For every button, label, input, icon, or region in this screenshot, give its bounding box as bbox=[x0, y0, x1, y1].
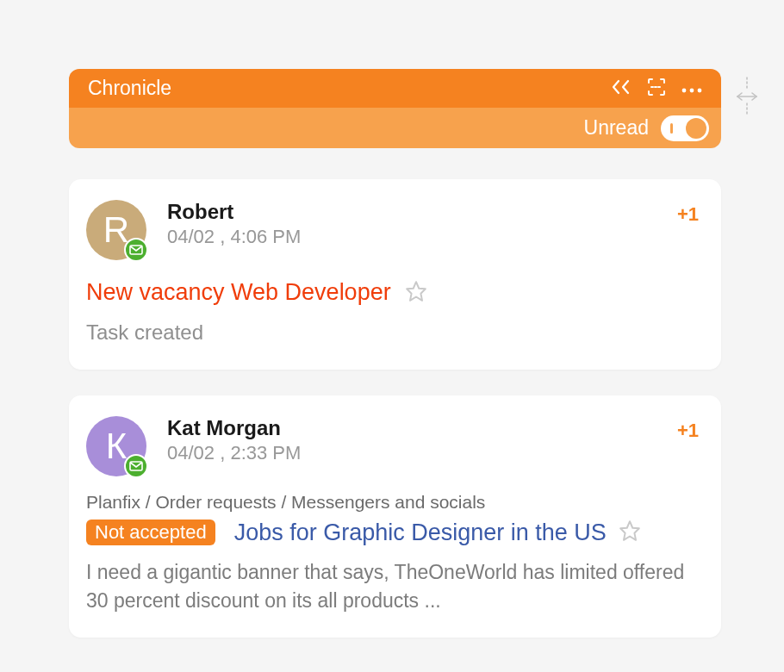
panel-header: Chronicle bbox=[69, 69, 721, 108]
svg-point-1 bbox=[682, 88, 687, 92]
svg-marker-7 bbox=[620, 521, 639, 540]
svg-marker-5 bbox=[407, 282, 426, 301]
card-subtext: Task created bbox=[86, 318, 699, 347]
chronicle-panel: Chronicle bbox=[69, 69, 721, 638]
star-icon[interactable] bbox=[405, 280, 427, 306]
chronicle-card[interactable]: К Kat Morgan 04/02 , 2:33 PM +1 Planfix … bbox=[69, 395, 721, 638]
avatar[interactable]: К bbox=[86, 416, 146, 476]
author-name: Kat Morgan bbox=[167, 416, 677, 440]
status-tag: Not accepted bbox=[86, 520, 215, 545]
resize-handle-icon[interactable] bbox=[734, 76, 760, 117]
card-title[interactable]: Jobs for Graphic Designer in the US bbox=[234, 520, 607, 546]
unread-label: Unread bbox=[584, 116, 649, 140]
chronicle-card[interactable]: R Robert 04/02 , 4:06 PM +1 New vacancy … bbox=[69, 179, 721, 370]
breadcrumb[interactable]: Planfix / Order requests / Messengers an… bbox=[86, 492, 699, 513]
mail-badge-icon bbox=[124, 454, 148, 478]
panel-subheader: Unread bbox=[69, 108, 721, 148]
panel-title: Chronicle bbox=[88, 77, 611, 100]
timestamp: 04/02 , 2:33 PM bbox=[167, 442, 677, 464]
card-list: R Robert 04/02 , 4:06 PM +1 New vacancy … bbox=[69, 179, 721, 638]
scan-icon[interactable] bbox=[647, 78, 666, 100]
header-actions bbox=[611, 78, 702, 100]
svg-point-2 bbox=[690, 88, 694, 92]
avatar[interactable]: R bbox=[86, 200, 146, 260]
collapse-icon[interactable] bbox=[611, 79, 632, 98]
svg-point-3 bbox=[698, 88, 702, 92]
card-snippet: I need a gigantic banner that says, TheO… bbox=[86, 558, 699, 616]
more-icon[interactable] bbox=[681, 81, 702, 96]
timestamp: 04/02 , 4:06 PM bbox=[167, 226, 677, 248]
mail-badge-icon bbox=[124, 238, 148, 262]
author-name: Robert bbox=[167, 200, 677, 224]
card-title[interactable]: New vacancy Web Developer bbox=[86, 279, 391, 306]
unread-counter: +1 bbox=[677, 203, 699, 226]
star-icon[interactable] bbox=[619, 520, 641, 545]
unread-toggle[interactable] bbox=[661, 115, 709, 141]
unread-counter: +1 bbox=[677, 420, 699, 442]
